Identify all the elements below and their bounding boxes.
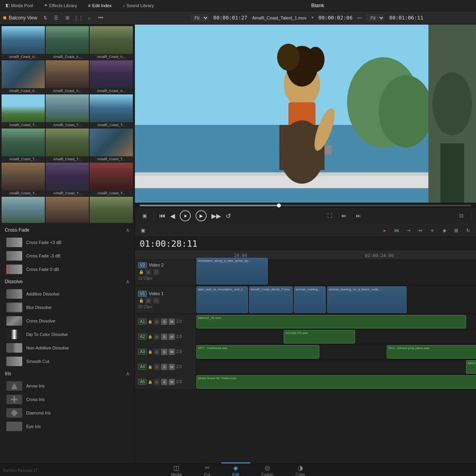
- go-start-btn[interactable]: ⏮: [159, 212, 165, 219]
- track-cam-btn-V1[interactable]: ◎: [145, 298, 152, 304]
- media-thumb-10[interactable]: Amalfi_Coast_T...: [46, 129, 89, 162]
- timeline-cam-icon[interactable]: ▣: [138, 226, 148, 235]
- effects-section-iris[interactable]: Iris∧: [0, 368, 134, 379]
- effects-section-cross-fade[interactable]: Cross Fade∧: [0, 225, 134, 236]
- media-thumb-12[interactable]: Amalfi_Coast_T...: [2, 163, 45, 196]
- cam-icon[interactable]: ▣: [140, 211, 149, 221]
- skip-next-icon[interactable]: ⏭: [339, 211, 349, 221]
- insert-icon[interactable]: ⊞: [451, 226, 461, 235]
- media-thumb-13[interactable]: Amalfi_Coast_T...: [46, 163, 89, 196]
- media-thumb-17[interactable]: RedRock_Land...: [90, 197, 133, 223]
- track-s-btn-A5[interactable]: S: [161, 379, 167, 385]
- bottom-nav-color[interactable]: ◑Color: [284, 463, 316, 476]
- media-thumb-14[interactable]: Amalfi_Coast_T...: [90, 163, 133, 196]
- view-selector[interactable]: Balcony View: [3, 15, 37, 21]
- media-thumb-6[interactable]: Amalfi_Coast_T...: [2, 94, 45, 128]
- track-cam-btn-A1[interactable]: ◎: [154, 319, 160, 325]
- media-thumb-7[interactable]: Amalfi_Coast_T...: [46, 94, 89, 128]
- clip-V2-0[interactable]: mountains_along_a_lake_aerial_by...: [196, 258, 268, 284]
- refresh-icon[interactable]: ↻: [463, 226, 473, 235]
- fast-forward-btn[interactable]: ▶▶: [211, 212, 221, 220]
- clip-V1-3[interactable]: woman_leaning_on_a_fence_unde...: [327, 286, 407, 313]
- effect-item-iris-3[interactable]: Eye Iris: [0, 420, 134, 433]
- rewind-btn[interactable]: ◀: [170, 212, 175, 220]
- sort-icon[interactable]: ⇅: [40, 13, 50, 23]
- track-m-btn-A4[interactable]: M: [169, 364, 175, 370]
- effect-item-cross-fade-0[interactable]: Cross Fade +3 dB: [0, 236, 134, 249]
- media-thumb-3[interactable]: Amalfi_Coast_A...: [2, 60, 45, 94]
- effect-item-cross-fade-1[interactable]: Cross Fade -3 dB: [0, 249, 134, 263]
- clip-A3-0[interactable]: SFX - Overhead.wav: [196, 345, 319, 359]
- track-m-btn-A1[interactable]: M: [169, 319, 175, 325]
- clip-V1-2[interactable]: woman_holding...: [294, 286, 326, 313]
- effect-item-dissolve-5[interactable]: Smooth Cut: [0, 355, 134, 368]
- media-thumb-4[interactable]: Amalfi_Coast_A...: [46, 60, 89, 94]
- effect-item-dissolve-2[interactable]: Cross Dissolve: [0, 314, 134, 328]
- slip-icon[interactable]: ⇔: [416, 226, 425, 235]
- grid-icon[interactable]: ⊞: [63, 13, 72, 23]
- frame-next-icon[interactable]: ⏭: [353, 211, 363, 221]
- track-m-btn-A3[interactable]: M: [169, 349, 175, 355]
- track-s-btn-A2[interactable]: S: [161, 334, 167, 340]
- track-vis-btn-V1[interactable]: ☐: [153, 298, 159, 304]
- list-icon[interactable]: ☰: [52, 13, 61, 23]
- search-icon[interactable]: ⌕: [85, 13, 94, 23]
- top-bar-effects-library[interactable]: ✦ Effects Library: [42, 2, 79, 9]
- track-cam-btn-A5[interactable]: ◎: [154, 379, 160, 385]
- stop-btn[interactable]: ■: [180, 210, 191, 221]
- clip-A2-0[interactable]: SOUND FX.wav: [284, 330, 355, 344]
- track-s-btn-A1[interactable]: S: [161, 319, 167, 325]
- media-thumb-1[interactable]: Amalfi_Coast_A...: [46, 26, 89, 60]
- bottom-nav-cut[interactable]: ✂Cut: [193, 463, 221, 476]
- viewer-options-icon[interactable]: ⊡: [457, 211, 466, 221]
- track-cam-btn-A4[interactable]: ◎: [154, 364, 160, 370]
- media-thumb-11[interactable]: Amalfi_Coast_T...: [90, 129, 133, 162]
- effect-item-iris-1[interactable]: Cross Iris: [0, 393, 134, 406]
- clip-V1-1[interactable]: Amalfi_Coast_Aerial_7.mov: [249, 286, 293, 313]
- top-bar-edit-index[interactable]: ≡ Edit Index: [86, 2, 114, 9]
- bottom-nav-edit[interactable]: ◈Edit: [221, 463, 250, 476]
- effect-item-dissolve-3[interactable]: Dip To Color Dissolve: [0, 328, 134, 341]
- fullscreen-icon[interactable]: ⛶: [325, 211, 334, 221]
- clip-A4-0[interactable]: AA0113...: [466, 360, 476, 374]
- play-btn[interactable]: ▶: [196, 210, 207, 221]
- cursor-icon[interactable]: ▸: [380, 226, 390, 235]
- effect-item-cross-fade-2[interactable]: Cross Fade 0 dB: [0, 263, 134, 276]
- effect-item-iris-0[interactable]: Arrow Iris: [0, 379, 134, 393]
- effect-item-dissolve-0[interactable]: Additive Dissolve: [0, 287, 134, 301]
- detail-icon[interactable]: ⋮⋮: [74, 13, 83, 23]
- effect-item-dissolve-1[interactable]: Blur Dissolve: [0, 301, 134, 314]
- clip-name[interactable]: Amalfi_Coast_Talent_1.mov: [252, 15, 307, 20]
- clip-A1-0[interactable]: AB0102_01.mov: [196, 315, 466, 328]
- loop-btn[interactable]: ↺: [226, 212, 231, 220]
- track-vis-btn-V2[interactable]: ☐: [153, 269, 159, 275]
- bottom-nav-fusion[interactable]: ◎Fusion: [250, 463, 284, 476]
- razor-icon[interactable]: ⊸: [404, 226, 413, 235]
- effect-item-dissolve-4[interactable]: Non-Additive Dissolve: [0, 341, 134, 355]
- track-cam-btn-A2[interactable]: ◎: [154, 334, 160, 340]
- track-cam-btn-V2[interactable]: ◎: [145, 269, 152, 275]
- track-m-btn-A5[interactable]: M: [169, 379, 175, 385]
- ripple-trim-icon[interactable]: ⋈: [392, 226, 401, 235]
- media-thumb-5[interactable]: Amalfi_Coast_A...: [90, 60, 133, 94]
- media-grid-scroll[interactable]: Amalfi_Coast_A...Amalfi_Coast_A...Amalfi…: [0, 25, 134, 223]
- clip-A5-0[interactable]: Music Score for Trailer.mov: [196, 375, 476, 389]
- bottom-nav-media[interactable]: ◫Media: [160, 463, 193, 476]
- track-cam-btn-A3[interactable]: ◎: [154, 349, 160, 355]
- top-bar-media-pool[interactable]: ◧ Media Pool: [3, 2, 35, 9]
- slide-icon[interactable]: ⋄: [428, 226, 437, 235]
- track-s-btn-A3[interactable]: S: [161, 349, 167, 355]
- top-bar-sound-library[interactable]: ♪ Sound Library: [121, 2, 156, 9]
- media-thumb-2[interactable]: Amalfi_Coast_A...: [90, 26, 133, 60]
- more-icon[interactable]: •••: [96, 13, 106, 23]
- media-thumb-0[interactable]: Amalfi_Coast_A...: [2, 26, 45, 60]
- media-thumb-15[interactable]: RedRock_Land...: [2, 197, 45, 223]
- track-m-btn-A2[interactable]: M: [169, 334, 175, 340]
- effect-item-iris-2[interactable]: Diamond Iris: [0, 406, 134, 420]
- media-thumb-8[interactable]: Amalfi_Coast_T...: [90, 94, 133, 128]
- clip-A3-1[interactable]: SFX - Distant prop plane.wav: [387, 345, 476, 359]
- fit-selector-left[interactable]: Fit: [191, 14, 209, 21]
- effects-section-dissolve[interactable]: Dissolve∧: [0, 276, 134, 287]
- clip-V1-0[interactable]: lake_next_to_mountains_and_t...: [196, 286, 248, 313]
- dynamic-trim-icon[interactable]: ◈: [440, 226, 449, 235]
